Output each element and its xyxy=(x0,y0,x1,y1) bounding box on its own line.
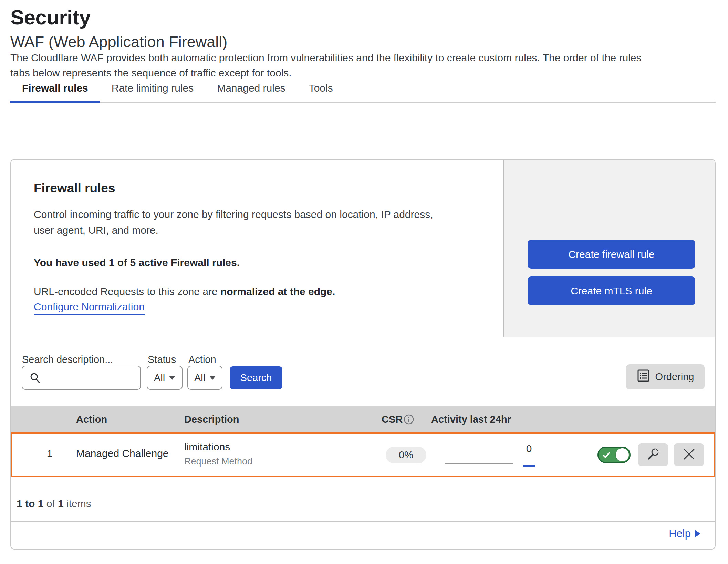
tab-managed-rules[interactable]: Managed rules xyxy=(205,81,297,103)
normalization-note-text: URL-encoded Requests to this zone are xyxy=(34,286,220,297)
footer-divider xyxy=(11,521,715,522)
tab-firewall-rules[interactable]: Firewall rules xyxy=(10,81,100,103)
csr-badge: 0% xyxy=(386,447,426,463)
rule-action: Managed Challenge xyxy=(76,448,169,459)
status-filter-value: All xyxy=(154,372,165,384)
activity-sparkline xyxy=(445,463,513,464)
pagination-of: of xyxy=(46,498,55,509)
card-description-line2: user agent, URI, and more. xyxy=(34,224,158,236)
card-description-line1: Control incoming traffic to your zone by… xyxy=(34,209,433,220)
column-header-action: Action xyxy=(76,406,107,432)
search-input[interactable] xyxy=(22,366,141,390)
page-subtitle: WAF (Web Application Firewall) xyxy=(10,33,227,51)
search-button[interactable]: Search xyxy=(230,366,282,389)
tab-rate-limiting-rules[interactable]: Rate limiting rules xyxy=(100,81,205,103)
tab-tools[interactable]: Tools xyxy=(297,81,345,103)
edit-rule-button[interactable] xyxy=(638,443,668,466)
table-header-row: Action Description CSR Activity last 24h… xyxy=(11,406,715,432)
column-header-description: Description xyxy=(184,406,239,432)
rule-priority: 1 xyxy=(39,448,60,459)
help-link[interactable]: Help xyxy=(669,528,700,540)
section-divider xyxy=(11,337,715,337)
create-firewall-rule-button[interactable]: Create firewall rule xyxy=(528,240,695,269)
pagination-total: 1 xyxy=(58,498,64,509)
page-intro-line1: The Cloudflare WAF provides both automat… xyxy=(10,52,642,63)
create-mtls-rule-button[interactable]: Create mTLS rule xyxy=(528,276,695,305)
security-waf-page: Security WAF (Web Application Firewall) … xyxy=(0,0,728,564)
help-label: Help xyxy=(669,528,691,540)
action-label: Action xyxy=(188,354,216,365)
firewall-rules-panel: Firewall rules Control incoming traffic … xyxy=(10,159,716,550)
column-header-csr: CSR xyxy=(382,406,403,432)
page-intro-line2: tabs below represents the sequence of tr… xyxy=(10,67,292,79)
configure-normalization-link[interactable]: Configure Normalization xyxy=(34,301,145,315)
normalization-note-bold: normalized at the edge. xyxy=(220,286,335,297)
rule-description: limitations xyxy=(184,439,252,455)
action-filter-value: All xyxy=(194,372,205,384)
chevron-down-icon xyxy=(209,376,216,380)
column-header-activity: Activity last 24hr xyxy=(431,406,511,432)
ordering-list-icon xyxy=(637,369,650,385)
activity-count-link[interactable]: 0 xyxy=(521,443,537,455)
check-icon xyxy=(602,451,611,461)
info-icon[interactable] xyxy=(403,414,414,425)
help-arrow-icon xyxy=(695,530,700,537)
status-filter-select[interactable]: All xyxy=(147,366,183,390)
search-label: Search description... xyxy=(22,354,113,365)
delete-rule-button[interactable] xyxy=(674,443,704,466)
waf-tab-bar: Firewall rules Rate limiting rules Manag… xyxy=(10,81,716,103)
page-title: Security xyxy=(10,6,91,29)
card-description: Control incoming traffic to your zone by… xyxy=(34,207,433,238)
card-heading: Firewall rules xyxy=(34,181,115,196)
ordering-button-label: Ordering xyxy=(655,371,694,383)
table-row: 1 Managed Challenge limitations Request … xyxy=(11,432,715,477)
rule-enabled-toggle[interactable] xyxy=(597,447,631,463)
pagination-summary: 1 to 1 of 1 items xyxy=(17,498,91,510)
activity-count-underline xyxy=(523,465,535,467)
page-intro: The Cloudflare WAF provides both automat… xyxy=(10,50,642,81)
rule-expression: Request Method xyxy=(184,455,252,468)
wrench-icon xyxy=(646,447,661,463)
normalization-note: URL-encoded Requests to this zone are no… xyxy=(34,286,335,297)
usage-summary: You have used 1 of 5 active Firewall rul… xyxy=(34,257,240,269)
close-icon xyxy=(682,447,696,462)
pagination-items: items xyxy=(66,498,91,509)
status-label: Status xyxy=(148,354,176,365)
chevron-down-icon xyxy=(169,376,175,380)
pagination-range: 1 to 1 xyxy=(17,498,43,509)
action-filter-select[interactable]: All xyxy=(187,366,222,390)
ordering-button[interactable]: Ordering xyxy=(626,364,705,389)
toggle-knob xyxy=(616,448,629,461)
rule-description-cell: limitations Request Method xyxy=(184,439,252,468)
